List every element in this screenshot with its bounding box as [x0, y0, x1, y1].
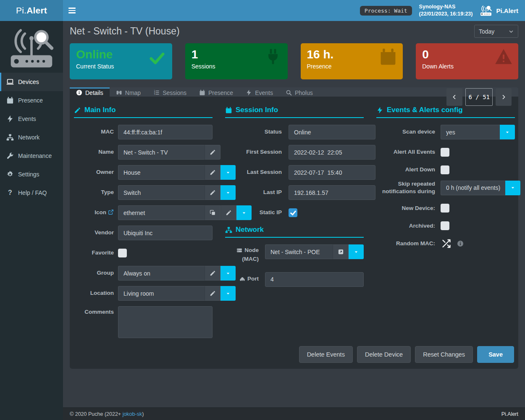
caret-down-icon	[504, 129, 510, 135]
reset-changes-button[interactable]: Reset Changes	[415, 346, 473, 363]
node-mac-select[interactable]: Net - Switch - POE	[265, 244, 333, 259]
save-button[interactable]: Save	[477, 346, 514, 363]
pencil-icon	[74, 107, 81, 114]
first-session-field[interactable]	[289, 145, 375, 160]
host-info: Synology-NAS (22/01/2023, 16:19:23)	[419, 3, 473, 18]
edit-group-button[interactable]	[205, 266, 220, 281]
time-range-select[interactable]: Today	[474, 25, 518, 38]
favorite-checkbox[interactable]	[118, 249, 127, 257]
footer-link-jokob-sk[interactable]: jokob-sk	[123, 411, 142, 417]
navbar-brand[interactable]: Pi.Alert	[480, 5, 518, 16]
tab-details[interactable]: Details	[70, 87, 110, 97]
app-window: Pi.Alert Process: Wait Synology-NAS (22/…	[0, 0, 525, 420]
sidebar-item-help[interactable]: ? Help / FAQ	[0, 184, 63, 202]
vendor-field[interactable]	[118, 226, 213, 240]
name-field[interactable]	[118, 145, 205, 160]
pencil-icon	[210, 270, 216, 276]
favorite-label: Favorite	[74, 249, 114, 257]
app-logo[interactable]: Pi.Alert	[0, 0, 63, 21]
footer-brand: Pi.Alert	[501, 411, 518, 417]
delete-events-button[interactable]: Delete Events	[299, 346, 353, 363]
status-label: Status	[225, 128, 282, 136]
port-field[interactable]	[265, 272, 364, 287]
network-section: Network Node (MAC) Net - Switch - POE	[225, 226, 364, 287]
sidebar-logo-image	[0, 21, 63, 73]
card-sessions[interactable]: 1 Sessions	[185, 43, 288, 79]
vendor-label: Vendor	[74, 229, 114, 236]
sidebar-item-settings[interactable]: Settings	[0, 165, 63, 184]
ordered-list-icon	[153, 89, 160, 96]
alert-all-events-checkbox[interactable]	[441, 148, 449, 157]
first-session-label: First Session	[225, 148, 282, 156]
events-alerts-section: Events & Alerts config Scan device yes A…	[376, 106, 515, 344]
events-alerts-header: Events & Alerts config	[376, 106, 515, 118]
skip-notifications-select[interactable]: 0 h (notify all events)	[441, 181, 505, 195]
next-device-button[interactable]	[496, 88, 512, 106]
sidebar-item-network[interactable]: Network	[0, 128, 63, 147]
scan-device-select[interactable]: yes	[441, 125, 500, 139]
chevron-right-icon	[501, 94, 507, 100]
edit-name-button[interactable]	[205, 145, 220, 160]
tab-bar: Details Nmap Sessions Presence	[70, 87, 518, 97]
calendar-icon	[225, 107, 232, 114]
node-dropdown-button[interactable]	[349, 244, 364, 259]
owner-field[interactable]	[118, 165, 205, 180]
network-header: Network	[225, 226, 364, 238]
last-ip-field[interactable]	[289, 185, 375, 200]
card-current-status[interactable]: Online Current Status	[70, 43, 172, 79]
mac-field[interactable]	[118, 125, 213, 139]
icon-field[interactable]	[118, 205, 205, 220]
external-link-icon[interactable]	[108, 209, 114, 215]
card-presence[interactable]: 16 h. Presence	[301, 43, 403, 79]
location-label: Location	[74, 289, 114, 297]
copy-icon-button[interactable]	[205, 205, 220, 220]
static-ip-checkbox[interactable]	[289, 208, 297, 217]
sidebar-item-presence[interactable]: Presence	[0, 91, 63, 110]
copy-icon	[210, 210, 216, 216]
shuffle-icon	[441, 239, 452, 249]
edit-owner-button[interactable]	[205, 165, 220, 180]
archived-checkbox[interactable]	[441, 221, 449, 230]
card-down-alerts[interactable]: 0 Down Alerts	[416, 43, 518, 79]
hamburger-menu-button[interactable]	[68, 6, 78, 15]
open-node-button[interactable]	[333, 244, 349, 259]
action-buttons: Delete Events Delete Device Reset Change…	[70, 346, 518, 369]
alert-down-checkbox[interactable]	[441, 165, 449, 174]
type-field[interactable]	[118, 185, 205, 200]
tab-presence[interactable]: Presence	[193, 87, 239, 97]
info-circle-icon[interactable]	[457, 240, 464, 247]
page-title: Net - Switch - TV (House)	[70, 26, 180, 37]
owner-label: Owner	[74, 168, 114, 176]
bolt-icon	[376, 107, 383, 114]
comments-textarea[interactable]	[118, 306, 213, 338]
tab-nmap[interactable]: Nmap	[110, 87, 147, 97]
prev-device-button[interactable]	[446, 88, 462, 106]
last-session-label: Last Session	[225, 168, 282, 176]
edit-type-button[interactable]	[205, 185, 220, 200]
session-info-header: Session Info	[225, 106, 364, 118]
status-field[interactable]	[289, 125, 375, 139]
location-field[interactable]	[118, 286, 205, 301]
scan-device-dropdown-button[interactable]	[500, 125, 515, 139]
new-device-checkbox[interactable]	[441, 204, 449, 213]
tab-pholus[interactable]: Pholus	[279, 87, 319, 97]
skip-notifications-dropdown-button[interactable]	[505, 181, 520, 195]
host-name: Synology-NAS	[419, 3, 473, 10]
scan-device-label: Scan device	[376, 128, 435, 136]
tab-sessions[interactable]: Sessions	[147, 87, 193, 97]
edit-location-button[interactable]	[205, 286, 220, 301]
sidebar-item-maintenance[interactable]: Maintenance	[0, 147, 63, 165]
node-mac-label: Node (MAC)	[225, 244, 259, 263]
sidebar: Devices Presence Events Network Maintena…	[0, 21, 63, 420]
sidebar-item-devices[interactable]: Devices	[0, 73, 63, 91]
group-field[interactable]	[118, 266, 205, 281]
delete-device-button[interactable]: Delete Device	[357, 346, 411, 363]
skip-notifications-label: Skip repeated notifications during	[376, 180, 435, 195]
sidebar-item-events[interactable]: Events	[0, 110, 63, 128]
tab-events[interactable]: Events	[239, 87, 279, 97]
alert-down-label: Alert Down	[376, 166, 435, 173]
archived-label: Archived:	[376, 222, 435, 230]
last-session-field[interactable]	[289, 165, 375, 180]
caret-down-icon	[510, 185, 516, 191]
session-info-section: Session Info Status First Session Last S…	[225, 106, 364, 344]
